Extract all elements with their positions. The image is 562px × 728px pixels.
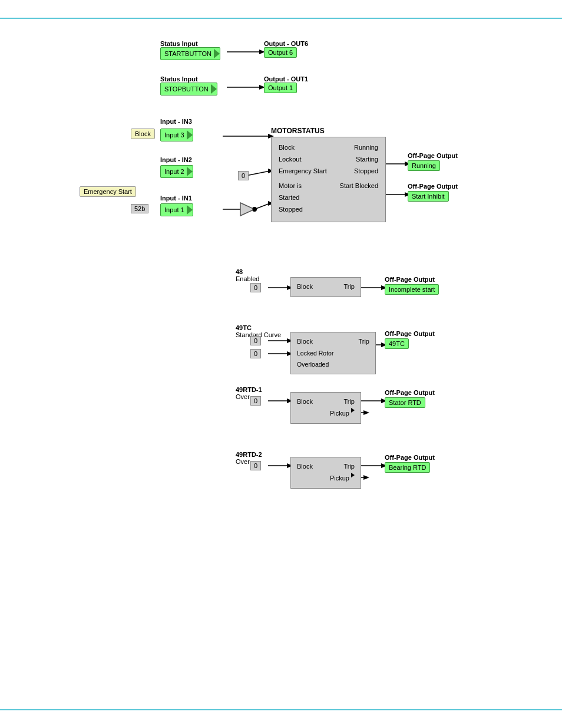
motorstatus-block[interactable]: MOTORSTATUS Block Lockout Emergency Star… (271, 127, 386, 222)
bottom-divider-line (0, 709, 562, 710)
motorstatus-title: MOTORSTATUS (271, 127, 386, 135)
block49rtd2-port-pickup: Pickup (330, 473, 349, 485)
port-motor-is: Motor is (279, 180, 327, 192)
in3-label: Input - IN3 (160, 118, 192, 125)
block49rtd1-port-trip: Trip (343, 396, 355, 408)
status-input-1-label: Status Input (160, 40, 198, 47)
in1-side-label: 52b (131, 204, 148, 213)
block49tc-port-trip: Trip (358, 336, 369, 348)
block49tc-offpage-label: Off-Page Output (385, 330, 435, 337)
svg-marker-31 (363, 410, 369, 415)
svg-point-39 (253, 207, 257, 212)
offpage-startinhibit-label: Off-Page Output (408, 183, 458, 190)
emergency-start-label: Emergency Start (80, 186, 136, 197)
block49rtd1-offpage-label: Off-Page Output (385, 389, 435, 396)
in2-box[interactable]: Input 2 (160, 165, 193, 178)
connector-lines (0, 0, 562, 707)
block48-offpage-box[interactable]: Incomplete start (385, 284, 439, 295)
in1-label: Input - IN1 (160, 195, 192, 202)
in3-side-label: Block (131, 129, 155, 139)
block48-connector: 0 (250, 283, 261, 292)
block48-gray[interactable]: Block Trip (290, 277, 361, 297)
port-stopped-out: Stopped (340, 166, 378, 177)
block48-id: 48 Enabled (236, 268, 259, 282)
block48-offpage-label: Off-Page Output (385, 276, 435, 283)
block49rtd1-gray[interactable]: Block Trip Pickup (290, 392, 361, 424)
block49tc-port-block: Block (297, 336, 358, 348)
in3-box[interactable]: Input 3 (160, 129, 193, 141)
block49rtd2-gray[interactable]: Block Trip Pickup (290, 457, 361, 489)
output-out6-box[interactable]: Output 6 (264, 47, 297, 58)
block49tc-connector1: 0 (250, 336, 261, 345)
output-out1-label: Output - OUT1 (264, 75, 308, 83)
top-divider-line (0, 18, 562, 19)
block49rtd1-offpage-box[interactable]: Stator RTD (385, 397, 425, 408)
svg-marker-38 (240, 203, 254, 216)
offpage-running-label: Off-Page Output (408, 152, 458, 159)
output-out6-label: Output - OUT6 (264, 40, 308, 47)
status-input-1-box[interactable]: STARTBUTTON (160, 47, 220, 60)
block49rtd2-offpage-label: Off-Page Output (385, 454, 435, 461)
in2-label: Input - IN2 (160, 156, 192, 163)
buffer-triangle (239, 202, 257, 218)
port-started: Started (279, 192, 327, 204)
block49rtd2-connector: 0 (250, 461, 261, 470)
offpage-running-box[interactable]: Running (408, 160, 440, 171)
block49rtd1-port-block: Block (297, 396, 313, 408)
port-starting: Starting (340, 154, 378, 166)
port-running: Running (340, 142, 378, 154)
status-input-2-box[interactable]: STOPBUTTON (160, 83, 217, 95)
port-stopped-in: Stopped (279, 204, 327, 216)
block49tc-gray[interactable]: Block Locked Rotor Overloaded Trip (290, 332, 376, 374)
block49rtd2-port-block: Block (297, 461, 313, 473)
port-block: Block (279, 142, 327, 154)
block49tc-port-lockedrotor: Locked Rotor Overloaded (297, 348, 358, 370)
status-input-2-label: Status Input (160, 75, 198, 83)
block49rtd1-port-pickup: Pickup (330, 408, 349, 420)
block49rtd2-offpage-box[interactable]: Bearing RTD (385, 462, 430, 473)
block48-port-block: Block (297, 281, 313, 293)
in2-connector-val: 0 (238, 171, 249, 180)
port-lockout: Lockout (279, 154, 327, 166)
port-emergency-start: Emergency Start (279, 166, 327, 177)
offpage-startinhibit-box[interactable]: Start Inhibit (408, 191, 449, 202)
block48-port-trip: Trip (343, 281, 355, 293)
output-out1-box[interactable]: Output 1 (264, 83, 297, 93)
block49tc-offpage-box[interactable]: 49TC (385, 338, 409, 349)
block49tc-connector2: 0 (250, 349, 261, 358)
port-start-blocked: Start Blocked (340, 180, 378, 192)
block49rtd2-port-trip: Trip (343, 461, 355, 473)
in1-box[interactable]: Input 1 (160, 203, 193, 216)
block49rtd1-connector: 0 (250, 396, 261, 406)
svg-marker-37 (363, 475, 369, 480)
